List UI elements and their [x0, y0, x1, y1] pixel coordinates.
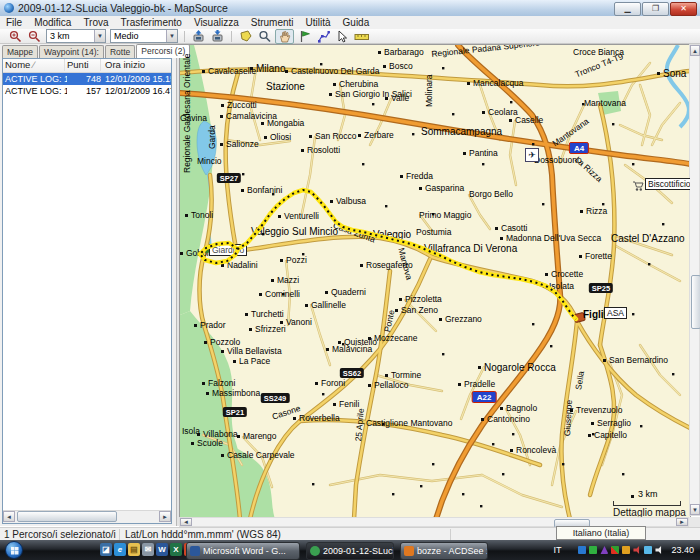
map-label: Borgo Bello — [469, 190, 513, 199]
scroll-right-icon[interactable]: ► — [676, 518, 688, 526]
folder-icon[interactable]: ▤ — [128, 543, 140, 556]
zoom-in-icon[interactable] — [7, 30, 24, 43]
map-label: Falzoni — [208, 379, 235, 388]
cell-nome: ACTIVE LOG: 12 ... — [3, 85, 67, 97]
column-header-punti[interactable]: Punti — [65, 59, 101, 71]
poi-dot — [185, 214, 188, 217]
volume-mixer-icon[interactable] — [633, 546, 641, 554]
menu-strumenti[interactable]: Strumenti — [245, 17, 300, 28]
map-label: Sommacampagna — [421, 127, 502, 137]
menu-utilità[interactable]: Utilità — [300, 17, 337, 28]
menu-trasferimento[interactable]: Trasferimento — [115, 17, 188, 28]
mail-icon[interactable]: ✉ — [142, 543, 154, 556]
poi-dot — [360, 264, 363, 267]
taskbar-button-label: bozze - ACDSee 10 ... — [417, 546, 488, 556]
safely-remove-icon[interactable] — [622, 546, 630, 554]
panel-hscrollbar[interactable]: ◄ ► — [3, 510, 171, 523]
map-label: Grezzano — [445, 315, 482, 324]
poi-dot — [285, 70, 288, 73]
road-shield-sp21: SP21 — [223, 407, 247, 417]
list-header[interactable]: Nome ∕PuntiOra inizio — [3, 59, 171, 73]
scrollbar-thumb[interactable] — [691, 275, 700, 329]
selection-arrow-icon[interactable] — [334, 30, 351, 43]
minimize-button[interactable]: ▁ — [614, 2, 641, 16]
battery-icon[interactable] — [589, 546, 597, 554]
scroll-left-icon[interactable]: ◄ — [3, 511, 15, 522]
taskbar-button-label: Microsoft Word - G... — [203, 546, 286, 556]
scroll-down-icon[interactable]: ▼ — [690, 504, 700, 515]
map-scale-select[interactable]: 3 km ▼ — [46, 29, 106, 43]
map-label: Fredda — [406, 172, 433, 181]
language-tooltip: Italiano (Italia) — [556, 526, 646, 540]
scroll-up-icon[interactable]: ▲ — [690, 45, 700, 56]
poi-dot — [202, 382, 205, 385]
map-canvas[interactable]: ✈ Biscottificio Giardino Figli ASA 3 km … — [179, 44, 691, 518]
bluetooth-icon[interactable] — [578, 546, 586, 554]
menu-modifica[interactable]: Modifica — [28, 17, 77, 28]
wifi-icon[interactable] — [600, 546, 608, 554]
scrollbar-thumb[interactable] — [17, 511, 117, 522]
speaker-icon[interactable] — [655, 546, 663, 554]
chevron-down-icon: ▼ — [166, 30, 177, 42]
map-label: Bosco — [389, 62, 413, 71]
table-row[interactable]: ACTIVE LOG: 12 ...74812/01/2009 15.15...… — [3, 73, 171, 85]
show-desktop-icon[interactable]: ◪ — [100, 543, 112, 556]
tab-rotte[interactable]: Rotte — [105, 45, 135, 58]
word-icon — [190, 546, 200, 556]
menu-file[interactable]: File — [0, 17, 28, 28]
taskbar-button-2[interactable]: 2009-01-12-SLucia V... — [306, 542, 394, 560]
scroll-right-icon[interactable]: ► — [159, 511, 171, 522]
poi-dot — [333, 403, 336, 406]
word-icon[interactable]: W — [156, 543, 168, 556]
internet-explorer-icon[interactable]: e — [114, 543, 126, 556]
map-label: Pradelle — [464, 380, 495, 389]
receive-from-device-icon[interactable] — [209, 30, 226, 43]
column-header-ora-inizio[interactable]: Ora inizio — [103, 59, 172, 71]
hand-tool-icon[interactable] — [275, 29, 294, 44]
map-label: Trevenzuolo — [576, 406, 622, 415]
route-tool-icon[interactable] — [315, 30, 332, 43]
map-tool-icon[interactable] — [237, 30, 254, 43]
map-label: Nogarole Rocca — [484, 363, 556, 373]
table-row[interactable]: ACTIVE LOG: 12 ...15712/01/2009 16.47...… — [3, 85, 171, 97]
poi-dot — [180, 252, 183, 255]
measure-tool-icon[interactable] — [353, 30, 370, 43]
menu-visualizza[interactable]: Visualizza — [188, 17, 245, 28]
map-vscrollbar[interactable]: ▲ ▼ — [689, 44, 700, 516]
map-label: Roncolevà — [516, 446, 556, 455]
taskbar-button-3[interactable]: bozze - ACDSee 10 ... — [400, 542, 488, 560]
start-button[interactable] — [5, 541, 23, 559]
send-to-device-icon[interactable] — [190, 30, 207, 43]
poi-dot — [220, 143, 223, 146]
restore-button[interactable]: ❐ — [642, 2, 669, 16]
panel-tabs: MappeWaypoint (14):RottePercorsi (2) — [2, 44, 191, 58]
road-shield-sp27: SP27 — [217, 173, 241, 183]
track-list[interactable]: Nome ∕PuntiOra inizio ACTIVE LOG: 12 ...… — [2, 58, 172, 524]
poi-dot — [329, 93, 332, 96]
tab-waypoint-14-[interactable]: Waypoint (14): — [39, 45, 104, 58]
poi-dot — [383, 65, 386, 68]
poi-dot — [333, 83, 336, 86]
update-icon[interactable] — [611, 546, 619, 554]
map-label: San Bernardino — [609, 356, 668, 365]
map-label: Stazione — [266, 82, 305, 92]
taskbar-button-1[interactable]: Microsoft Word - G... — [186, 542, 300, 560]
language-indicator[interactable]: IT — [553, 545, 561, 555]
zoom-out-icon[interactable] — [26, 30, 43, 43]
map-label: Tonoli — [191, 211, 213, 220]
detail-level-select[interactable]: Medio ▼ — [110, 29, 178, 43]
menu-guida[interactable]: Guida — [337, 17, 376, 28]
app-icon — [4, 3, 14, 13]
poi-dot — [330, 200, 333, 203]
windows-logo-icon — [11, 547, 19, 555]
scroll-left-icon[interactable]: ◄ — [180, 518, 192, 526]
menu-trova[interactable]: Trova — [77, 17, 114, 28]
zoom-tool-icon[interactable] — [256, 30, 273, 43]
column-header-nome[interactable]: Nome ∕ — [3, 59, 65, 71]
excel-icon[interactable]: X — [170, 543, 182, 556]
waypoint-flag-icon[interactable] — [296, 30, 313, 43]
tab-mappe[interactable]: Mappe — [2, 45, 38, 58]
close-button[interactable]: ✕ — [670, 2, 697, 16]
poi-dot — [481, 418, 484, 421]
network-icon[interactable] — [644, 546, 652, 554]
